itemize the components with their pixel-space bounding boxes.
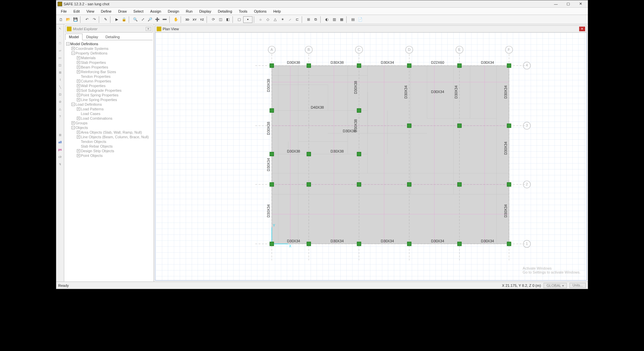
tree-coord[interactable]: Coordinate Systems bbox=[76, 47, 108, 51]
side-grid-icon[interactable]: ⊞ bbox=[57, 69, 63, 75]
side-slab-icon[interactable]: ▱ bbox=[57, 48, 63, 54]
menu-options[interactable]: Options bbox=[250, 8, 270, 14]
tree-item[interactable]: Point Objects bbox=[81, 154, 102, 158]
draw1-icon[interactable]: ○ bbox=[257, 16, 264, 23]
tree-root[interactable]: Model Definitions bbox=[70, 42, 98, 46]
side-circle-icon[interactable]: ⊘ bbox=[57, 99, 63, 105]
tree-item[interactable]: Beam Properties bbox=[81, 65, 108, 69]
tree-item[interactable]: Line Objects (Beam, Column, Brace, Null) bbox=[81, 135, 149, 139]
tree-item[interactable]: Point Spring Properties bbox=[81, 93, 118, 97]
menu-design[interactable]: Design bbox=[164, 8, 182, 14]
show1-icon[interactable]: ◐ bbox=[324, 16, 330, 23]
run-icon[interactable]: ▶ bbox=[113, 16, 120, 23]
tab-detailing[interactable]: Detailing bbox=[102, 34, 123, 40]
undo-icon[interactable]: ↶ bbox=[83, 16, 90, 23]
tree-item[interactable]: Tendon Objects bbox=[81, 140, 106, 144]
tree-item[interactable]: Area Objects (Slab, Wall, Ramp, Null) bbox=[81, 130, 142, 134]
tree-groups[interactable]: Groups bbox=[76, 121, 87, 125]
tree-item[interactable]: Load Patterns bbox=[81, 107, 104, 111]
draw4-icon[interactable]: ✶ bbox=[279, 16, 286, 23]
zoom-prev-icon[interactable]: 🔎 bbox=[147, 16, 153, 23]
maximize-button[interactable]: ▢ bbox=[562, 1, 574, 7]
side-diag-icon[interactable]: ╲ bbox=[57, 84, 63, 90]
minimize-button[interactable]: ― bbox=[550, 1, 562, 7]
perspective-icon[interactable]: ◫ bbox=[217, 16, 224, 23]
side-inter-icon[interactable]: ↯ bbox=[57, 161, 63, 167]
tree-item[interactable]: Reinforcing Bar Sizes bbox=[81, 70, 116, 74]
tree-item[interactable]: Slab Rebar Objects bbox=[81, 144, 112, 148]
tree-objects[interactable]: Objects bbox=[76, 126, 88, 130]
zoom-in-icon[interactable]: ➕ bbox=[154, 16, 161, 23]
menu-select[interactable]: Select bbox=[130, 8, 147, 14]
show2-icon[interactable]: ▥ bbox=[331, 16, 338, 23]
refresh-icon[interactable]: ✎ bbox=[102, 16, 109, 23]
zoom-extents-icon[interactable]: ⤢ bbox=[139, 16, 146, 23]
tree-loaddef[interactable]: Load Definitions bbox=[76, 102, 102, 106]
side-line-icon[interactable]: ⌇ bbox=[57, 77, 63, 83]
menu-draw[interactable]: Draw bbox=[115, 8, 130, 14]
menu-edit[interactable]: Edit bbox=[70, 8, 83, 14]
plan-canvas[interactable]: ABCDEF4321YXD30X38D30X38D30X34D22X60D30X… bbox=[155, 33, 587, 281]
pan-icon[interactable]: ✋ bbox=[173, 16, 179, 23]
shrink-icon[interactable]: ◧ bbox=[225, 16, 231, 23]
show4-icon[interactable]: ▤ bbox=[350, 16, 356, 23]
tree-item[interactable]: Tendon Properties bbox=[81, 74, 110, 78]
open-icon[interactable]: 📂 bbox=[65, 16, 72, 23]
tree-item[interactable]: Slab Properties bbox=[81, 60, 106, 64]
show7-icon[interactable]: ⊞ bbox=[305, 16, 312, 23]
save-icon[interactable]: 💾 bbox=[72, 16, 79, 23]
side-tri-icon[interactable]: △ bbox=[57, 106, 63, 112]
tree-item[interactable]: Design Strip Objects bbox=[81, 149, 114, 153]
tree-item[interactable]: Load Cases bbox=[81, 112, 100, 116]
rotate-icon[interactable]: ⟳ bbox=[210, 16, 217, 23]
menu-define[interactable]: Define bbox=[97, 8, 115, 14]
zoom-out-icon[interactable]: ➖ bbox=[161, 16, 168, 23]
new-icon[interactable]: 🗋 bbox=[58, 16, 64, 23]
view-3d-button[interactable]: 3D bbox=[184, 16, 191, 23]
tree-item[interactable]: Materials bbox=[81, 56, 96, 60]
draw5-icon[interactable]: ⟋ bbox=[286, 16, 293, 23]
menu-display[interactable]: Display bbox=[196, 8, 215, 14]
draw6-icon[interactable]: ⊏ bbox=[294, 16, 300, 23]
lock-icon[interactable]: 🔒 bbox=[121, 16, 127, 23]
tree-item[interactable]: Line Spring Properties bbox=[81, 98, 117, 102]
status-global-dropdown[interactable]: GLOBAL ▾ bbox=[544, 283, 567, 288]
close-button[interactable]: ✕ bbox=[574, 1, 586, 7]
object-icon[interactable]: ▢ bbox=[236, 16, 242, 23]
side-all-button[interactable]: all bbox=[57, 139, 63, 145]
side-point-icon[interactable]: · bbox=[57, 33, 63, 39]
menu-detailing[interactable]: Detailing bbox=[215, 8, 236, 14]
draw2-icon[interactable]: ◇ bbox=[264, 16, 271, 23]
status-units-dropdown[interactable]: Units... bbox=[569, 283, 586, 288]
tab-display[interactable]: Display bbox=[82, 34, 102, 40]
zoom-area-icon[interactable]: 🔍 bbox=[132, 16, 139, 23]
model-tree[interactable]: −Model Definitions +Coordinate Systems −… bbox=[64, 40, 154, 282]
view-yz-button[interactable]: YZ bbox=[199, 16, 205, 23]
object-dropdown[interactable]: ▾ bbox=[243, 16, 252, 23]
side-selgrid-icon[interactable]: ⊞ bbox=[57, 132, 63, 138]
panel-close-button[interactable]: ✕ bbox=[146, 27, 151, 31]
menu-run[interactable]: Run bbox=[183, 8, 196, 14]
menu-file[interactable]: File bbox=[58, 8, 70, 14]
side-q-icon[interactable]: ? bbox=[57, 113, 63, 119]
side-rect-icon[interactable]: □ bbox=[57, 40, 63, 46]
menu-view[interactable]: View bbox=[83, 8, 98, 14]
side-pointer-icon[interactable]: ↖ bbox=[57, 26, 63, 32]
tree-item[interactable]: Load Combinations bbox=[81, 116, 112, 120]
menu-assign[interactable]: Assign bbox=[147, 8, 164, 14]
side-strip-icon[interactable]: ⊡ bbox=[57, 91, 63, 97]
menu-tools[interactable]: Tools bbox=[236, 8, 251, 14]
side-area-icon[interactable]: ▭ bbox=[57, 55, 63, 61]
side-clr-button[interactable]: clr bbox=[57, 154, 63, 160]
show3-icon[interactable]: ▦ bbox=[338, 16, 345, 23]
side-ps-button[interactable]: ps bbox=[57, 147, 63, 153]
tree-item[interactable]: Soil Subgrade Properties bbox=[81, 88, 121, 92]
view-xy-button[interactable]: XY bbox=[191, 16, 198, 23]
tab-model[interactable]: Model bbox=[65, 34, 82, 40]
draw3-icon[interactable]: △ bbox=[272, 16, 278, 23]
tree-propdef[interactable]: Property Definitions bbox=[76, 51, 107, 55]
show5-icon[interactable]: 📄 bbox=[357, 16, 364, 23]
tree-item[interactable]: Wall Properties bbox=[81, 84, 105, 88]
tree-item[interactable]: Column Properties bbox=[81, 79, 111, 83]
view-close-button[interactable]: ✕ bbox=[579, 27, 585, 31]
